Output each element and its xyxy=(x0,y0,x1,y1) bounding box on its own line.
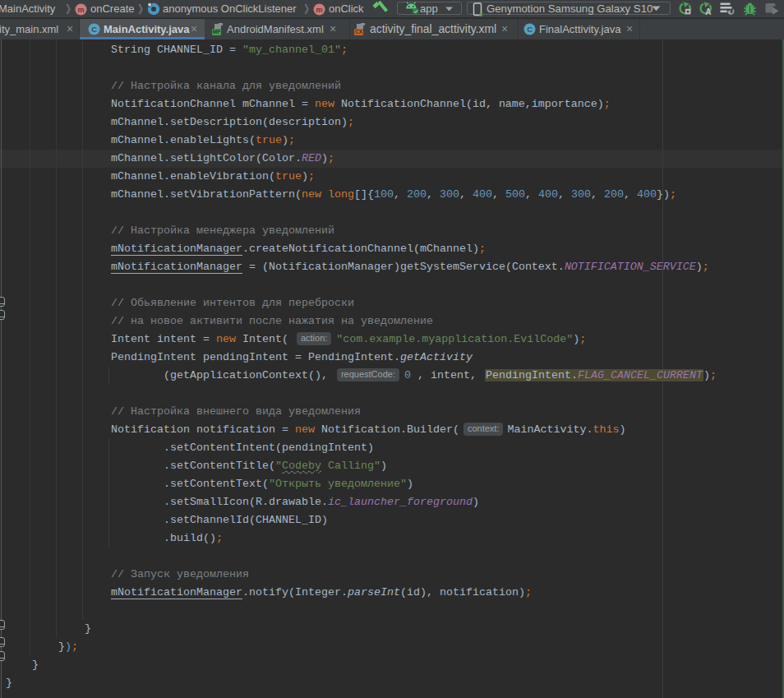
svg-text:C: C xyxy=(91,25,97,34)
svg-text:C: C xyxy=(527,25,533,34)
svg-text:m: m xyxy=(77,6,84,14)
svg-text:A: A xyxy=(705,7,711,16)
svg-text:MF: MF xyxy=(213,29,220,35)
svg-text:CX: CX xyxy=(355,29,363,35)
svg-text:m: m xyxy=(316,6,322,14)
